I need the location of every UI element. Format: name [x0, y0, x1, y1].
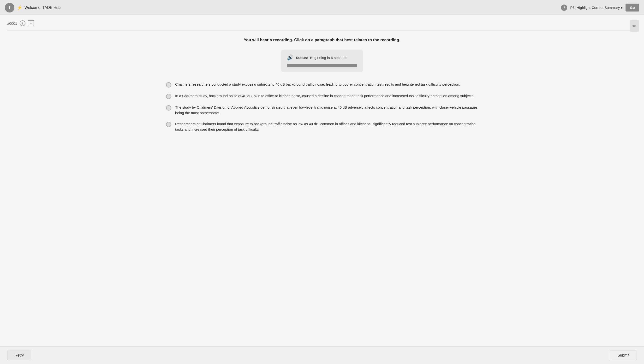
edit-icon: ✏: [632, 23, 636, 29]
audio-status-text: Status: Beginning in 4 seconds: [296, 56, 347, 60]
task-label: P3: Highlight Correct Summary: [570, 6, 620, 10]
help-icon[interactable]: ?: [561, 4, 567, 11]
chevron-down-icon: ▾: [621, 6, 623, 10]
options-container: Chalmers researchers conducted a study e…: [166, 82, 478, 132]
option-text-4: Researchers at Chalmers found that expos…: [175, 121, 478, 132]
audio-card-top: 🔊 Status: Beginning in 4 seconds: [287, 54, 357, 61]
question-number: #0001: [7, 21, 17, 26]
header-right: ? P3: Highlight Correct Summary ▾ Go: [561, 4, 639, 12]
main-content: ✏ #0001 i ≡ You will hear a recording. C…: [0, 15, 644, 346]
avatar: T: [5, 3, 15, 12]
option-row-4: Researchers at Chalmers found that expos…: [166, 121, 478, 132]
bolt-icon: ⚡: [17, 5, 22, 10]
edit-icon-button[interactable]: ✏: [629, 20, 639, 32]
progress-bar: [287, 64, 357, 68]
radio-option-3[interactable]: [166, 105, 171, 110]
footer: Retry Submit: [0, 346, 644, 364]
notes-icon-button[interactable]: ≡: [28, 20, 34, 26]
info-icon-button[interactable]: i: [20, 20, 26, 26]
radio-option-4[interactable]: [166, 122, 171, 127]
option-text-3: The study by Chalmers' Division of Appli…: [175, 105, 478, 116]
task-selector[interactable]: P3: Highlight Correct Summary ▾: [570, 6, 623, 10]
option-row-2: In a Chalmers study, background noise at…: [166, 93, 478, 99]
divider: [7, 30, 637, 30]
welcome-text: Welcome, TADE Hub: [25, 6, 61, 10]
audio-player-card: 🔊 Status: Beginning in 4 seconds: [281, 50, 363, 72]
retry-button[interactable]: Retry: [7, 350, 31, 360]
speaker-icon: 🔊: [287, 54, 293, 61]
go-button[interactable]: Go: [625, 4, 639, 12]
status-value: Beginning in 4 seconds: [310, 56, 347, 60]
option-text-2: In a Chalmers study, background noise at…: [175, 93, 474, 99]
radio-option-2[interactable]: [166, 94, 171, 99]
option-text-1: Chalmers researchers conducted a study e…: [175, 82, 460, 87]
instruction-text: You will hear a recording. Click on a pa…: [7, 38, 637, 42]
status-label: Status:: [296, 56, 308, 60]
header-left: T ⚡ Welcome, TADE Hub: [5, 3, 61, 12]
question-header: #0001 i ≡: [7, 20, 637, 26]
option-row-1: Chalmers researchers conducted a study e…: [166, 82, 478, 88]
app-header: T ⚡ Welcome, TADE Hub ? P3: Highlight Co…: [0, 0, 644, 15]
submit-button[interactable]: Submit: [610, 350, 637, 360]
option-row-3: The study by Chalmers' Division of Appli…: [166, 105, 478, 116]
radio-option-1[interactable]: [166, 82, 171, 88]
